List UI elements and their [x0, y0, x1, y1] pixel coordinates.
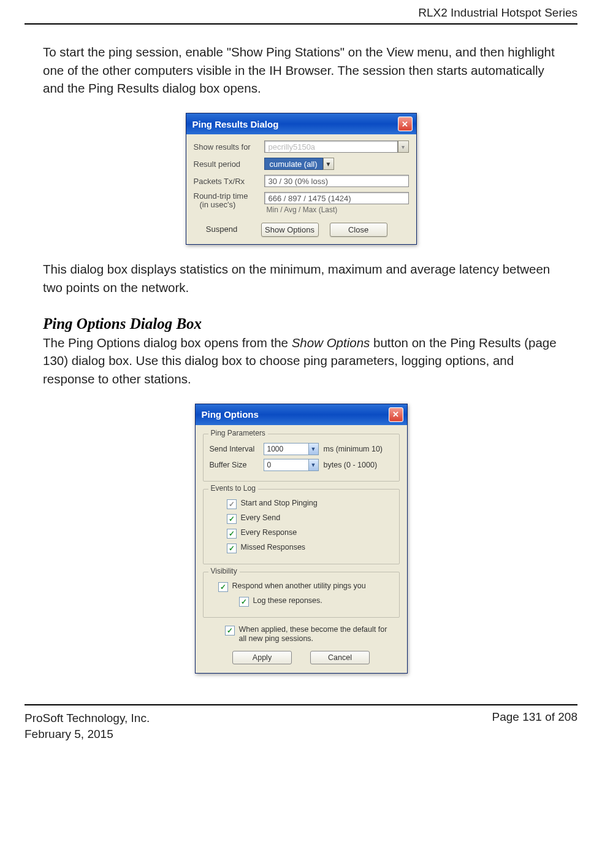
ping-results-dialog: Ping Results Dialog ✕ Show results for p…: [186, 113, 417, 245]
dropdown-arrow-icon[interactable]: ▾: [398, 140, 409, 153]
checkbox-start-stop[interactable]: ✓: [227, 499, 237, 509]
missed-label: Missed Responses: [241, 543, 306, 551]
log-these-label: Log these reponses.: [253, 596, 322, 605]
checkbox-respond[interactable]: ✓: [218, 582, 228, 592]
apply-button[interactable]: Apply: [232, 651, 292, 664]
buffer-size-suffix: bytes (0 - 1000): [324, 461, 378, 469]
buffer-size-select[interactable]: 0 ▼: [264, 459, 319, 471]
close-button[interactable]: Close: [330, 223, 387, 237]
rtt-sub-value: Min / Avg / Max (Last): [264, 204, 409, 214]
show-options-button[interactable]: Show Options: [261, 223, 319, 237]
dropdown-arrow-icon[interactable]: ▼: [308, 459, 319, 471]
ping-options-titlebar: Ping Options ✕: [196, 404, 407, 425]
footer-date: February 5, 2015: [25, 728, 113, 740]
result-period-select[interactable]: cumulate (all) ▼: [264, 158, 409, 170]
ping-parameters-group: Ping Parameters Send Interval 1000 ▼ ms …: [203, 434, 400, 482]
intro-paragraph: To start the ping session, enable "Show …: [43, 43, 559, 98]
show-results-for-label: Show results for: [194, 142, 258, 152]
checkbox-log-these[interactable]: ✓: [239, 597, 249, 607]
footer-company: ProSoft Technology, Inc.: [25, 712, 150, 724]
send-interval-suffix: ms (minimum 10): [324, 445, 383, 453]
default-note: When applied, these become the default f…: [239, 625, 396, 643]
footer-page: Page 131 of 208: [492, 710, 577, 743]
page-footer: ProSoft Technology, Inc. February 5, 201…: [25, 704, 577, 743]
packets-label: Packets Tx/Rx: [194, 177, 258, 186]
ping-parameters-legend: Ping Parameters: [208, 429, 268, 437]
every-send-label: Every Send: [241, 513, 281, 522]
result-period-value: cumulate (all): [264, 158, 323, 170]
buffer-size-value: 0: [264, 459, 308, 471]
send-interval-label: Send Interval: [210, 445, 259, 453]
section-paragraph: The Ping Options dialog box opens from t…: [43, 334, 559, 388]
cancel-button[interactable]: Cancel: [310, 651, 370, 664]
visibility-legend: Visibility: [208, 567, 240, 575]
checkbox-default[interactable]: ✓: [225, 626, 235, 636]
checkbox-every-send[interactable]: ✓: [227, 514, 237, 524]
page-header: RLX2 Industrial Hotspot Series: [25, 6, 577, 25]
header-title: RLX2 Industrial Hotspot Series: [418, 6, 577, 19]
events-to-log-group: Events to Log ✓ Start and Stop Pinging ✓…: [203, 489, 400, 564]
respond-label: Respond when another utility pings you: [232, 582, 366, 590]
checkbox-every-response[interactable]: ✓: [227, 529, 237, 539]
visibility-group: Visibility ✓ Respond when another utilit…: [203, 572, 400, 618]
packets-value: 30 / 30 (0% loss): [264, 175, 409, 187]
start-stop-label: Start and Stop Pinging: [241, 499, 318, 507]
result-period-label: Result period: [194, 159, 258, 169]
close-icon[interactable]: ✕: [398, 117, 413, 131]
close-icon[interactable]: ✕: [389, 407, 403, 422]
ping-results-titlebar: Ping Results Dialog ✕: [186, 113, 416, 134]
checkbox-missed[interactable]: ✓: [227, 543, 237, 553]
suspend-button[interactable]: Suspend: [194, 223, 250, 237]
show-results-for-select[interactable]: pecrilly5150a: [264, 140, 398, 153]
ping-options-dialog: Ping Options ✕ Ping Parameters Send Inte…: [195, 404, 408, 674]
every-response-label: Every Response: [241, 528, 297, 537]
buffer-size-label: Buffer Size: [210, 461, 259, 469]
after-paragraph: This dialog box displays statistics on t…: [43, 260, 559, 296]
dropdown-arrow-icon[interactable]: ▼: [308, 443, 319, 455]
rtt-label: Round-trip time (in usec's): [194, 192, 258, 210]
ping-results-title: Ping Results Dialog: [192, 119, 279, 129]
section-heading: Ping Options Dialog Box: [43, 315, 577, 332]
send-interval-value: 1000: [264, 443, 308, 455]
send-interval-select[interactable]: 1000 ▼: [264, 443, 319, 455]
ping-options-title: Ping Options: [202, 409, 259, 420]
dropdown-arrow-icon[interactable]: ▼: [323, 158, 334, 170]
rtt-value: 666 / 897 / 1475 (1424): [264, 192, 409, 204]
events-to-log-legend: Events to Log: [208, 484, 258, 493]
